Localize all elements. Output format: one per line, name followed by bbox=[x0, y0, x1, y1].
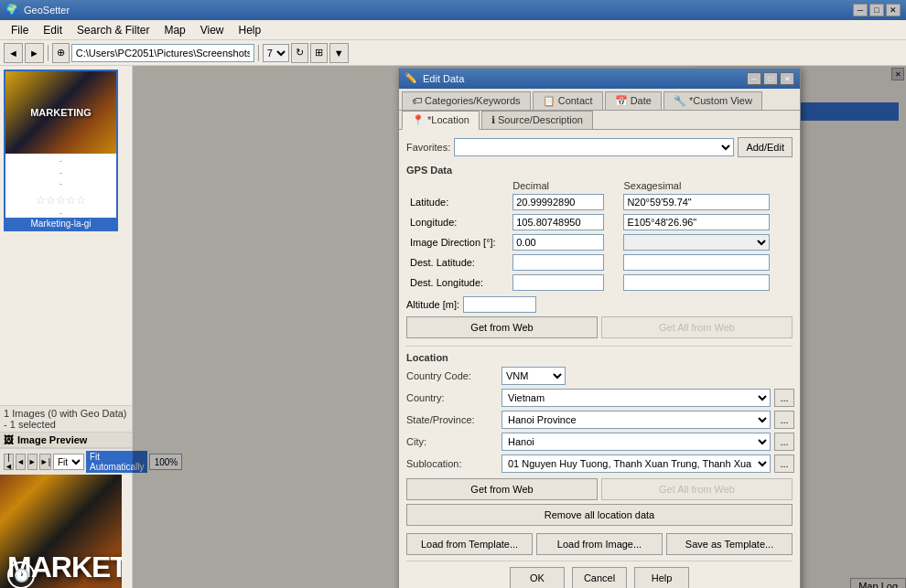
country-code-label: Country Code: bbox=[406, 370, 498, 381]
image-preview-icon: 🖼 bbox=[4, 434, 14, 445]
sublocation-label: Sublocation: bbox=[406, 458, 498, 469]
refresh-button[interactable]: ↻ bbox=[291, 43, 308, 63]
load-template-button[interactable]: Load from Template... bbox=[406, 533, 533, 555]
load-image-button[interactable]: Load from Image... bbox=[536, 533, 663, 555]
dialog-maximize-button[interactable]: □ bbox=[763, 72, 778, 85]
dialog-close-button[interactable]: ✕ bbox=[780, 72, 794, 85]
app-title: GeoSetter bbox=[24, 5, 853, 16]
tab-categories[interactable]: 🏷 Categories/Keywords bbox=[402, 91, 531, 110]
preview-next-button[interactable]: ► bbox=[27, 454, 38, 470]
remove-all-location-button[interactable]: Remove all location data bbox=[406, 504, 793, 526]
country-select[interactable]: Vietnam bbox=[502, 389, 771, 407]
remove-location-row: Remove all location data bbox=[406, 504, 793, 526]
latitude-sex-input[interactable] bbox=[623, 194, 770, 210]
dest-longitude-input[interactable] bbox=[512, 274, 604, 291]
city-select[interactable]: Hanoi bbox=[502, 433, 771, 451]
dest-longitude-sex-input[interactable] bbox=[623, 274, 770, 291]
longitude-decimal-input[interactable] bbox=[512, 214, 604, 230]
latitude-decimal-cell bbox=[509, 192, 620, 212]
longitude-sex-input[interactable] bbox=[623, 214, 770, 230]
help-button[interactable]: Help bbox=[634, 567, 689, 588]
dest-latitude-sex-input[interactable] bbox=[623, 254, 770, 271]
dest-latitude-input[interactable] bbox=[512, 254, 604, 271]
grid-button[interactable]: ⊞ bbox=[310, 43, 328, 63]
dialog-minimize-button[interactable]: ─ bbox=[747, 72, 761, 85]
tab-date[interactable]: 📅 Date bbox=[605, 91, 662, 110]
image-direction-row: Image Direction [°]: bbox=[406, 232, 793, 252]
get-from-web-location-button[interactable]: Get from Web bbox=[406, 478, 598, 500]
divider-1 bbox=[406, 346, 793, 347]
filter-button[interactable]: ▼ bbox=[329, 43, 349, 63]
latitude-decimal-input[interactable] bbox=[512, 194, 604, 210]
tab-location[interactable]: 📍 *Location bbox=[402, 111, 480, 130]
state-dots-button[interactable]: ... bbox=[774, 411, 794, 429]
country-dots-button[interactable]: ... bbox=[774, 389, 794, 407]
favorites-row: Favorites: Add/Edit bbox=[406, 137, 793, 157]
country-row: Country: Vietnam ... bbox=[406, 389, 794, 407]
altitude-input[interactable] bbox=[463, 296, 536, 313]
city-dots-button[interactable]: ... bbox=[774, 433, 794, 451]
country-code-select[interactable]: VNM bbox=[502, 367, 566, 385]
latitude-label: Latitude: bbox=[406, 192, 509, 212]
nav-forward-button[interactable]: ► bbox=[25, 43, 44, 63]
dest-latitude-row: Dest. Latitude: bbox=[406, 252, 793, 273]
dialog-tabs-row2: 📍 *Location ℹ Source/Description bbox=[399, 111, 800, 130]
app-window: 🌍 GeoSetter ─ □ ✕ File Edit Search & Fil… bbox=[0, 0, 906, 588]
preview-last-button[interactable]: ►| bbox=[39, 454, 51, 470]
state-select[interactable]: Hanoi Province bbox=[502, 411, 771, 429]
add-edit-button[interactable]: Add/Edit bbox=[738, 137, 793, 157]
thumbnail-sub: - - - bbox=[5, 154, 116, 192]
city-label: City: bbox=[406, 436, 498, 447]
tab-custom-view[interactable]: 🔧 *Custom View bbox=[663, 91, 762, 110]
preview-prev-button[interactable]: ◄ bbox=[16, 454, 26, 470]
favorites-label: Favorites: bbox=[406, 142, 450, 153]
pin-icon: 📍 bbox=[412, 114, 425, 125]
longitude-decimal-cell bbox=[509, 212, 620, 232]
menu-search-filter[interactable]: Search & Filter bbox=[70, 22, 156, 38]
image-preview-panel: 🖼 Image Preview |◄ ◄ ► ►| Fit Fit Automa… bbox=[0, 432, 132, 588]
menu-file[interactable]: File bbox=[4, 22, 36, 38]
favorites-select[interactable] bbox=[454, 138, 734, 156]
get-all-from-web-gps-button[interactable]: Get All from Web bbox=[601, 316, 793, 338]
preview-first-button[interactable]: |◄ bbox=[4, 454, 14, 470]
cancel-button[interactable]: Cancel bbox=[572, 567, 627, 588]
minimize-button[interactable]: ─ bbox=[853, 4, 868, 16]
ok-button[interactable]: OK bbox=[510, 567, 565, 588]
get-from-web-gps-button[interactable]: Get from Web bbox=[406, 316, 598, 338]
image-direction-input[interactable] bbox=[512, 234, 604, 251]
window-controls: ─ □ ✕ bbox=[853, 4, 901, 16]
dest-latitude-decimal-cell bbox=[509, 252, 620, 273]
zoom-select[interactable]: 7 bbox=[263, 44, 289, 62]
gps-section: GPS Data Decimal Sexagesimal bbox=[406, 165, 793, 338]
toolbar: ◄ ► ⊕ 7 ↻ ⊞ ▼ bbox=[0, 40, 906, 66]
country-label: Country: bbox=[406, 392, 498, 403]
close-button[interactable]: ✕ bbox=[886, 4, 901, 16]
get-all-from-web-location-button[interactable]: Get All from Web bbox=[601, 478, 793, 500]
image-direction-cell bbox=[509, 232, 620, 252]
sublocation-dots-button[interactable]: ... bbox=[774, 454, 794, 473]
thumbnail-area: MARKETING - - - ☆☆☆☆☆ - Marketing-la-gi bbox=[0, 66, 132, 405]
menu-help[interactable]: Help bbox=[232, 22, 269, 38]
sublocation-row: Sublocation: 01 Nguyen Huy Tuong, Thanh … bbox=[406, 454, 794, 473]
nav-back-button[interactable]: ◄ bbox=[4, 43, 23, 63]
sublocation-select[interactable]: 01 Nguyen Huy Tuong, Thanh Xuan Trung, T… bbox=[502, 454, 771, 473]
maximize-button[interactable]: □ bbox=[869, 4, 884, 16]
address-bar[interactable] bbox=[71, 44, 254, 62]
menu-map[interactable]: Map bbox=[156, 22, 192, 38]
tab-contact[interactable]: 📋 Contact bbox=[533, 91, 603, 110]
fit-select[interactable]: Fit bbox=[53, 454, 84, 470]
menu-edit[interactable]: Edit bbox=[36, 22, 70, 38]
zoom-in-button[interactable]: ⊕ bbox=[52, 43, 70, 63]
thumbnail-item[interactable]: MARKETING - - - ☆☆☆☆☆ - Marketing-la-gi bbox=[4, 69, 118, 231]
location-section-title: Location bbox=[406, 352, 793, 363]
location-buttons-row: Get from Web Get All from Web bbox=[406, 478, 793, 500]
dialog-icon: ✏️ bbox=[404, 72, 417, 85]
image-direction-select[interactable] bbox=[623, 234, 770, 251]
menu-view[interactable]: View bbox=[193, 22, 232, 38]
tab-source[interactable]: ℹ Source/Description bbox=[481, 111, 593, 129]
star-rating: ☆☆☆☆☆ bbox=[5, 192, 116, 208]
dest-longitude-label: Dest. Longitude: bbox=[406, 273, 509, 293]
action-buttons-row: OK Cancel Help bbox=[406, 561, 793, 588]
left-panel: MARKETING - - - ☆☆☆☆☆ - Marketing-la-gi bbox=[0, 66, 133, 588]
save-template-button[interactable]: Save as Template... bbox=[666, 533, 793, 555]
